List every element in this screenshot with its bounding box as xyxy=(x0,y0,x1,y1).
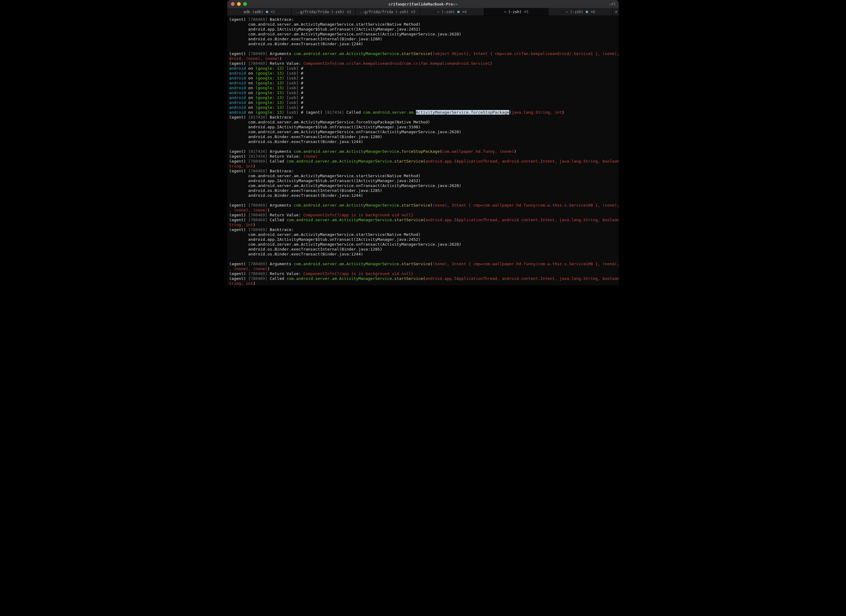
terminal-text: [usb] xyxy=(284,76,301,81)
terminal-text: [usb] xyxy=(284,66,301,70)
terminal-text: Return Value: xyxy=(267,154,303,158)
tab-label: ~ (-zsh) xyxy=(437,10,455,14)
terminal-text: # xyxy=(301,95,303,100)
terminal-text: ( xyxy=(423,159,425,163)
terminal-content[interactable]: (agent) [780469] Backtrace: com.android.… xyxy=(227,16,619,285)
terminal-line xyxy=(229,144,617,149)
tab-4[interactable]: ~ (-zsh)⌘5 xyxy=(484,8,549,16)
terminal-line: tring, int) xyxy=(229,223,617,227)
terminal-text: android xyxy=(229,66,246,70)
terminal-text: com.android.server.am.ActivityManagerSer… xyxy=(229,183,461,188)
terminal-text: . xyxy=(392,217,394,222)
terminal-text: (agent) xyxy=(229,276,249,281)
terminal-line: (agent) [780469] Return Value: Component… xyxy=(229,271,617,276)
terminal-text: (agent) xyxy=(229,169,249,173)
terminal-line: android.os.Binder.execTransactInternal(B… xyxy=(229,188,617,193)
terminal-text: on xyxy=(246,91,255,95)
terminal-line: android.app.IActivityManager$Stub.onTran… xyxy=(229,125,617,129)
terminal-text: # xyxy=(301,91,303,95)
tab-bar: adb (adb)⌘1..g/frida/frida (-zsh)⌘2..g/f… xyxy=(227,8,619,16)
terminal-text: droid, (none), (none) xyxy=(229,56,279,61)
terminal-text: ( xyxy=(423,276,425,281)
terminal-text: startService xyxy=(394,217,423,222)
terminal-text: com.android.server.am.ActivityManagerSer… xyxy=(287,276,392,281)
terminal-text: android xyxy=(229,85,246,90)
terminal-text: com.android.server.am.ActivityManagerSer… xyxy=(287,159,392,163)
terminal-line: android on (google: 13) [usb] # xyxy=(229,76,617,81)
terminal-text: [780469] xyxy=(249,227,268,232)
terminal-text: (none) xyxy=(303,154,318,158)
zoom-icon[interactable] xyxy=(243,2,247,6)
terminal-text: Backtrace: xyxy=(267,115,294,119)
terminal-text: startService xyxy=(402,261,430,266)
add-tab-button[interactable]: + xyxy=(613,8,619,16)
terminal-line: android.os.Binder.execTransactInternal(B… xyxy=(229,135,617,139)
terminal-text: # xyxy=(301,85,303,90)
terminal-text: [780469] xyxy=(249,51,268,56)
terminal-line: android.app.IActivityManager$Stub.onTran… xyxy=(229,179,617,183)
terminal-text: ) xyxy=(253,223,255,227)
terminal-text: Arguments xyxy=(267,261,294,266)
activity-indicator-icon xyxy=(266,11,268,13)
terminal-text: com.android.server.am.ActivityManagerSer… xyxy=(229,129,461,134)
terminal-text: android.os.Binder.execTransactInternal(B… xyxy=(229,37,382,41)
tab-1[interactable]: ..g/frida/frida (-zsh)⌘2 xyxy=(291,8,356,16)
terminal-text: Called xyxy=(267,276,287,281)
terminal-line: com.android.server.am.ActivityManagerSer… xyxy=(229,22,617,27)
tab-3[interactable]: ~ (-zsh)⌘4 xyxy=(420,8,484,16)
terminal-text: [780469] xyxy=(249,261,268,266)
window-shortcut-label: ⌵⌘1 xyxy=(609,2,616,6)
terminal-text: ) xyxy=(562,110,564,114)
terminal-text: Arguments xyxy=(267,149,294,154)
tab-2[interactable]: ..g/frida/frida (-zsh)⌘3 xyxy=(356,8,420,16)
tab-5[interactable]: ~ (-zsh)⌘6 xyxy=(549,8,613,16)
terminal-line xyxy=(229,47,617,51)
terminal-text: [object Object], Intent { cmp=com.crifan… xyxy=(433,51,619,56)
terminal-text: on xyxy=(246,76,255,81)
terminal-text: android xyxy=(229,71,246,75)
terminal-text: Arguments xyxy=(267,51,294,56)
terminal-text: Return Value: xyxy=(267,213,303,217)
terminal-line: droid, (none), (none)) xyxy=(229,56,617,61)
terminal-line: android.os.Binder.execTransactInternal(B… xyxy=(229,247,617,252)
terminal-text: (agent) xyxy=(306,110,325,114)
terminal-text: . xyxy=(392,159,394,163)
terminal-text: [usb] xyxy=(284,91,301,95)
terminal-line: com.android.server.am.ActivityManagerSer… xyxy=(229,129,617,135)
terminal-text: Return Value: xyxy=(267,271,303,276)
minimize-icon[interactable] xyxy=(237,2,241,6)
terminal-text: [817434] xyxy=(249,149,268,154)
terminal-text: (google: 13) xyxy=(255,71,284,75)
terminal-line: android on (google: 13) [usb] # xyxy=(229,105,617,110)
terminal-line: (agent) [780469] Arguments com.android.s… xyxy=(229,261,617,267)
terminal-line: (agent) [780469] Backtrace: xyxy=(229,17,617,22)
terminal-text: , (none), (none) xyxy=(229,267,267,271)
terminal-text: android.os.Binder.execTransactInternal(B… xyxy=(229,135,382,139)
terminal-text: (agent) xyxy=(229,203,249,207)
terminal-line: (agent) [780469] Return Value: Component… xyxy=(229,213,617,217)
terminal-line: android.os.Binder.execTransact(Binder.ja… xyxy=(229,139,617,144)
terminal-line xyxy=(229,198,617,203)
terminal-text: (google: 13) xyxy=(255,110,284,114)
terminal-text: com.android.server.am.ActivityManagerSer… xyxy=(287,217,392,222)
terminal-text: (agent) xyxy=(229,271,249,276)
terminal-text: (google: 13) xyxy=(255,91,284,95)
terminal-text: ) xyxy=(279,56,282,61)
terminal-text: (google: 13) xyxy=(255,66,284,70)
titlebar[interactable]: crifan@crifanlideMacBook-Pro:~ ⌵⌘1 xyxy=(227,0,619,8)
terminal-text: Called xyxy=(267,217,287,222)
tab-shortcut: ⌘4 xyxy=(462,10,466,14)
terminal-text: on xyxy=(246,85,255,90)
terminal-text: [817434] xyxy=(325,110,344,114)
terminal-line: android.os.Binder.execTransact(Binder.ja… xyxy=(229,41,617,47)
close-icon[interactable] xyxy=(231,2,235,6)
terminal-text: android xyxy=(229,95,246,100)
terminal-text: startService xyxy=(402,203,430,207)
terminal-line: android on (google: 13) [usb] # xyxy=(229,66,617,71)
terminal-line: (agent) [780469] Arguments com.android.s… xyxy=(229,51,617,56)
terminal-text: Return Value: xyxy=(267,61,303,66)
terminal-line: (agent) [817434] Return Value: (none) xyxy=(229,154,617,159)
terminal-text: (none), Intent { cmp=com.wallpaper.hd.fu… xyxy=(433,261,619,266)
terminal-text: [usb] xyxy=(284,81,301,85)
tab-0[interactable]: adb (adb)⌘1 xyxy=(227,8,291,16)
